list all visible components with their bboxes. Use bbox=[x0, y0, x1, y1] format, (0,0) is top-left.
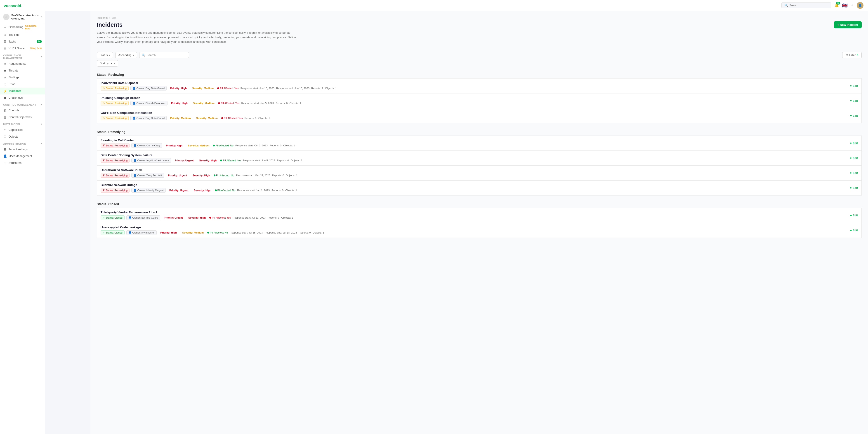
edit-button[interactable]: ✏ Edit bbox=[850, 99, 858, 103]
toolbar-row-1: Status ▾ Ascending ▾ 🔍 ⊟ Filter 0 bbox=[97, 52, 862, 58]
sidebar-item-vuca[interactable]: ◎ VUCA Score 35% | 34% bbox=[0, 45, 45, 52]
org-switcher[interactable]: S SaaS Superstructures Group, Inc. ▾ bbox=[0, 11, 45, 23]
status-group-header: Status: Reviewing bbox=[97, 70, 862, 79]
sidebar-item-label: Challenges bbox=[8, 96, 23, 99]
threats-icon: ◉ bbox=[3, 69, 7, 73]
meta-collapse-icon[interactable]: ▾ bbox=[41, 123, 42, 125]
owner-tag: 👤 Owner: Dinesh Database bbox=[130, 101, 167, 106]
status-tag: ⚠ Status: Reviewing bbox=[101, 101, 129, 106]
incidents-container: Status: ReviewingInadvertent Data Dispos… bbox=[97, 70, 862, 238]
sidebar-item-tasks[interactable]: ☰ Tasks 14 bbox=[0, 38, 45, 45]
onboarding-badge: Complete now bbox=[25, 24, 42, 30]
incident-title: Data Center Cooling System Failure bbox=[101, 153, 858, 157]
ascending-dropdown[interactable]: Ascending ▾ bbox=[115, 52, 137, 58]
sidebar-item-label: The Hub bbox=[8, 33, 20, 36]
sidebar-item-label: Tenant settings bbox=[8, 148, 28, 151]
response-start: Response start: Oct 2, 2023 bbox=[235, 144, 268, 147]
new-incident-button[interactable]: + New Incident bbox=[834, 21, 862, 28]
objects-icon: ⬡ bbox=[3, 135, 7, 139]
capabilities-icon: ✦ bbox=[3, 128, 7, 132]
edit-button[interactable]: ✏ Edit bbox=[850, 229, 858, 232]
incidents-icon: ⚡ bbox=[3, 89, 7, 93]
incident-row: Phishing Campaign Breach⚠ Status: Review… bbox=[97, 93, 862, 108]
admin-collapse-icon[interactable]: ▾ bbox=[41, 142, 42, 145]
search-input[interactable] bbox=[789, 4, 828, 7]
response-start: Response start: Jul 20, 2023 bbox=[232, 216, 266, 219]
meta-section-header: Meta Model ▾ bbox=[0, 121, 45, 126]
sidebar-item-requirements[interactable]: ⚖ Requirements bbox=[0, 60, 45, 67]
incident-row: Unauthorized Software Push✗ Status: Reme… bbox=[97, 166, 862, 180]
incident-title: Bushfire Network Outage bbox=[101, 183, 858, 187]
org-name: SaaS Superstructures Group, Inc. bbox=[11, 13, 39, 20]
filter-button[interactable]: ⊟ Filter 0 bbox=[842, 52, 862, 58]
owner-tag: 👤 Owner: Mandy Magnet bbox=[131, 188, 166, 193]
incidents-search-input[interactable] bbox=[147, 54, 186, 57]
sidebar-item-threats[interactable]: ◉ Threats bbox=[0, 67, 45, 74]
breadcrumb-current: List bbox=[112, 16, 116, 20]
status-chevron-icon: ▾ bbox=[109, 54, 110, 56]
sidebar-item-label: Risks bbox=[8, 83, 16, 86]
sidebar-item-findings[interactable]: △ Findings bbox=[0, 74, 45, 81]
edit-button[interactable]: ✏ Edit bbox=[850, 156, 858, 160]
sidebar-item-user-management[interactable]: 👤 User Management bbox=[0, 153, 45, 160]
edit-button[interactable]: ✏ Edit bbox=[850, 84, 858, 88]
incident-tags: ✗ Status: Remedying👤 Owner: Carrie CopyP… bbox=[101, 143, 858, 148]
global-search[interactable]: 🔍 bbox=[781, 2, 831, 8]
sidebar-item-label: Findings bbox=[8, 76, 19, 79]
sidebar-item-tenant-settings[interactable]: ⊞ Tenant settings bbox=[0, 146, 45, 153]
incident-row: Flooding in Call Center✗ Status: Remedyi… bbox=[97, 136, 862, 151]
sidebar-item-onboarding[interactable]: ○ Onboarding Complete now bbox=[0, 23, 45, 31]
incident-tags: ✓ Status: Closed👤 Owner: Ian Info-GuardP… bbox=[101, 215, 858, 220]
edit-button[interactable]: ✏ Edit bbox=[850, 142, 858, 145]
sidebar-item-label: Threats bbox=[8, 69, 18, 72]
sidebar-item-risks[interactable]: ◇ Risks bbox=[0, 81, 45, 88]
page-description: Below, the interface allows you to defin… bbox=[97, 31, 300, 44]
sidebar-item-controls[interactable]: ⛨ Controls bbox=[0, 107, 45, 114]
vuca-score-badge: 35% | 34% bbox=[30, 47, 42, 50]
control-collapse-icon[interactable]: ▾ bbox=[41, 104, 42, 106]
sidebar-item-structures[interactable]: ⊟ Structures bbox=[0, 160, 45, 166]
sidebar-item-capabilities[interactable]: ✦ Capabilities bbox=[0, 126, 45, 133]
incidents-search[interactable]: 🔍 bbox=[139, 52, 189, 58]
response-end: Response end: Jun 15, 2023 bbox=[276, 87, 309, 90]
reports-count: Reports: 0 bbox=[272, 174, 284, 177]
user-avatar[interactable]: 👤 bbox=[857, 2, 864, 9]
status-dropdown[interactable]: Status ▾ bbox=[97, 52, 113, 58]
language-flag[interactable]: 🇬🇧 bbox=[842, 3, 848, 8]
edit-button[interactable]: ✏ Edit bbox=[850, 186, 858, 190]
edit-button[interactable]: ✏ Edit bbox=[850, 214, 858, 217]
notifications-button[interactable]: 🔔 60 bbox=[834, 3, 839, 7]
challenges-icon: ▣ bbox=[3, 96, 7, 99]
compliance-section-header: Compliance Management ▾ bbox=[0, 52, 45, 60]
incident-row: Inadvertent Data Disposal⚠ Status: Revie… bbox=[97, 79, 862, 93]
response-start: Response start: Jan 5, 2023 bbox=[241, 102, 274, 105]
sidebar-item-incidents[interactable]: ⚡ Incidents bbox=[0, 88, 45, 94]
edit-button[interactable]: ✏ Edit bbox=[850, 172, 858, 175]
severity-tag: Severity: High bbox=[197, 158, 218, 162]
response-start: Response start: Jun 5, 2023 bbox=[243, 159, 275, 162]
severity-tag: Severity: Medium bbox=[194, 116, 219, 120]
user-management-icon: 👤 bbox=[3, 154, 7, 158]
sidebar-item-control-objectives[interactable]: ◎ Control Objectives bbox=[0, 114, 45, 121]
sort-by-dropdown[interactable]: Sort by - ▾ bbox=[97, 60, 118, 66]
reports-count: Reports: 0 bbox=[277, 159, 289, 162]
sidebar-item-objects[interactable]: ⬡ Objects bbox=[0, 133, 45, 140]
severity-tag: Severity: High bbox=[192, 189, 213, 192]
add-button[interactable]: + bbox=[851, 3, 854, 8]
tasks-badge: 14 bbox=[37, 40, 42, 43]
main-content: Incidents > List Incidents Below, the in… bbox=[90, 11, 868, 434]
priority-tag: Priority: Urgent bbox=[166, 174, 189, 177]
incident-tags: ⚠ Status: Reviewing👤 Owner: Dag Data-Gua… bbox=[101, 116, 858, 120]
status-group-header: Status: Remedying bbox=[97, 128, 862, 136]
sidebar-item-hub[interactable]: ⊙ The Hub bbox=[0, 31, 45, 38]
compliance-collapse-icon[interactable]: ▾ bbox=[41, 55, 42, 58]
sidebar-item-challenges[interactable]: ▣ Challenges bbox=[0, 94, 45, 101]
topbar: 🔍 🔔 60 🇬🇧 + 👤 bbox=[45, 0, 868, 11]
page-title: Incidents bbox=[97, 21, 834, 28]
breadcrumb-incidents[interactable]: Incidents bbox=[97, 16, 107, 20]
incident-tags: ⚠ Status: Reviewing👤 Owner: Dag Data-Gua… bbox=[101, 86, 858, 90]
priority-tag: Priority: High bbox=[169, 102, 189, 105]
ascending-label: Ascending bbox=[118, 54, 131, 57]
edit-button[interactable]: ✏ Edit bbox=[850, 114, 858, 117]
status-group-header: Status: Closed bbox=[97, 200, 862, 208]
